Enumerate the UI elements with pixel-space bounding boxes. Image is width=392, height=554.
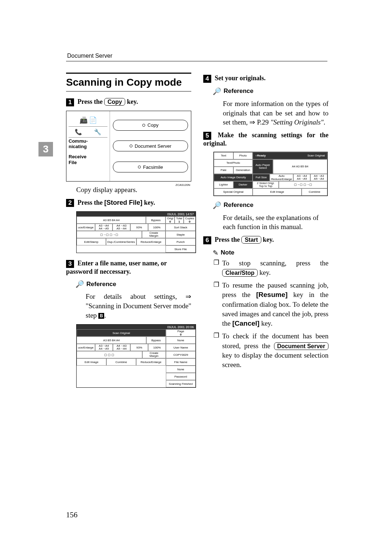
p2-b1: Edit/Stamp — [77, 238, 106, 245]
reference-4-text: For more information on the types of ori… — [223, 99, 328, 127]
p3-b1: Edit Image — [77, 358, 106, 366]
bullet-mark: ❐ — [213, 258, 219, 277]
p4-gen: Generation — [233, 167, 253, 174]
p2-r2: A3→A4 A4→A5 — [95, 224, 113, 231]
p2-origi: Origi0 — [166, 216, 175, 224]
panel1-tag: ZCAS120N — [176, 183, 190, 187]
p4-autore: Auto Reduce/Enlarge — [270, 174, 293, 181]
lcd-panel-4: Text Photo Text/Photo Pale Generation Au… — [213, 152, 328, 196]
note-row: ✎ Note — [213, 249, 328, 257]
document-server-key: Document Server — [274, 342, 329, 350]
header-rule — [66, 61, 327, 61]
p3-filename: File Name — [166, 358, 196, 366]
p4-aid: Auto Image Density — [214, 174, 253, 181]
note-item-0: ❐To stop scanning, press the Clear/Stop … — [213, 258, 328, 277]
p4-combine: Combine — [302, 188, 327, 196]
step-1-text-after: key. — [127, 98, 138, 105]
step-6-after: key. — [263, 236, 274, 243]
step-3-num: 3 — [66, 260, 74, 268]
panel1-icons-top: 📠📄 — [69, 114, 107, 127]
p4-lighter: Lighter — [214, 181, 233, 188]
copy-panel: 📠📄 📞🔧 Commu- nicating Receive File Copy … — [66, 111, 191, 182]
p3-r2: A3→A4 A4→A5 — [95, 344, 113, 351]
p2-storefile: Store File — [166, 245, 196, 253]
p4-rr1: A3→A4 A4→A5 — [293, 174, 310, 181]
p4-darker: Darker — [233, 181, 253, 188]
reference-3-text: For details about settings, ⇒ "Scanning … — [86, 292, 191, 320]
bullet-mark: ❐ — [213, 281, 219, 328]
facsimile-pill: Facsimile — [113, 162, 188, 172]
step-4-num: 4 — [203, 75, 211, 83]
bullet-mark: ❐ — [213, 331, 219, 370]
p2-b3: Reduce/Enlarge — [136, 238, 166, 245]
p2-b2: Dup./Combine/Series — [106, 238, 136, 245]
p3-b2: Combine — [106, 358, 136, 366]
step-5-text: Make the scanning settings for the origi… — [203, 131, 328, 147]
section-title: Scanning in Copy mode — [66, 73, 191, 91]
p4-autopaper: Auto Paper Select — [253, 159, 273, 174]
p3-scan-original: Scan Original — [77, 329, 166, 337]
p4-ready: ○Ready Scan Original — [253, 152, 327, 159]
p3-r5: 100% — [148, 344, 166, 351]
p3-b3: Reduce/Enlarge — [136, 358, 166, 366]
p4-imgs: ▢→▢ ▢→▢ — [279, 181, 327, 188]
p3-username: User Name — [166, 344, 196, 351]
p3-password: Password — [166, 373, 196, 380]
running-header: Document Server — [67, 53, 113, 59]
note-text-0: To stop scanning, press the Clear/Stop k… — [222, 258, 328, 277]
communicating-label: Commu- nicating — [69, 138, 107, 150]
clear-stop-key: Clear/Stop — [222, 269, 258, 277]
docserver-pill: Document Server — [113, 140, 188, 151]
p2-margin: Create Margin — [142, 231, 166, 238]
note-text-1: To resume the paused scanning job, press… — [222, 281, 328, 328]
p4-2sided: 2 Sided Origi. Top to Top — [253, 181, 278, 188]
p4-pale: Pale — [214, 167, 233, 174]
step-6: 6 Press the Start key. — [203, 236, 328, 244]
step-4: 4 Set your originals. — [203, 74, 328, 83]
-cancel--button: [Cancel] — [232, 319, 260, 327]
p4-fullsize: Full Size — [253, 174, 270, 181]
receive-file-label: Receive File — [69, 154, 107, 165]
step-2: 2 Press the [Stored File] key. — [66, 199, 191, 207]
reference-3-label: Reference — [86, 281, 116, 288]
magnifier-icon: 🔎 — [75, 280, 84, 288]
note-item-2: ❐To check if the document has been store… — [213, 331, 328, 370]
stored-file-btn: [Stored File] — [104, 199, 142, 206]
p2-datetime: 09JUL 2001 14:57 — [167, 212, 194, 216]
step-5: 5 Make the scanning settings for the ori… — [203, 131, 328, 147]
p2-r4: 93% — [130, 224, 148, 231]
step-2-after: key. — [144, 199, 155, 206]
step-5-num: 5 — [203, 132, 211, 140]
p2-total: Total1 — [175, 216, 184, 224]
p3-bypass: Bypass — [146, 337, 166, 344]
note-item-1: ❐To resume the paused scanning job, pres… — [213, 281, 328, 328]
p3-page: Page0 — [166, 329, 196, 337]
step-1: 1 Press the Copy key. — [66, 98, 191, 106]
copy-display-text: Copy display appears. — [76, 185, 191, 195]
magnifier-icon-5: 🔎 — [213, 201, 221, 209]
p4-editimg: Edit Image — [253, 188, 301, 196]
step-1-num: 1 — [66, 98, 74, 106]
reference-5-text: For details, see the explanations of eac… — [223, 213, 328, 232]
step-4-text: Set your originals. — [215, 74, 266, 82]
p4-photo: Photo — [233, 152, 253, 159]
p4-sizes: A4 A3 B5 B4 — [273, 159, 327, 174]
p3-r3: A4→A3 A5→A4 — [113, 344, 131, 351]
step-2-num: 2 — [66, 199, 74, 207]
reference-4-row: 🔎 Reference — [213, 87, 328, 95]
ref3-step-badge: B — [98, 313, 104, 319]
pencil-icon: ✎ — [213, 249, 219, 257]
p2-icons: ▢→▢ ▢→▢ — [77, 231, 142, 238]
p4-text: Text — [214, 152, 233, 159]
p3-none2: None — [166, 366, 196, 373]
p4-textphoto: Text/Photo — [214, 159, 253, 167]
p3-size: A3 B5 B4 A4 — [77, 337, 146, 344]
p3-datetime: 09JUL 2001 20:06 — [167, 325, 194, 329]
start-key: Start — [241, 236, 261, 244]
-resume--button: [Resume] — [256, 291, 288, 298]
step-3-text: Enter a file name, user name, or passwor… — [66, 260, 167, 275]
p3-r1: uce/Enlarge — [77, 344, 95, 351]
lcd-panel-3: 09JUL 2001 20:06 Scan Original A3 B5 B4 … — [76, 324, 196, 388]
step-3: 3 Enter a file name, user name, or passw… — [66, 260, 191, 276]
p3-margin: Create Margin — [142, 351, 166, 358]
